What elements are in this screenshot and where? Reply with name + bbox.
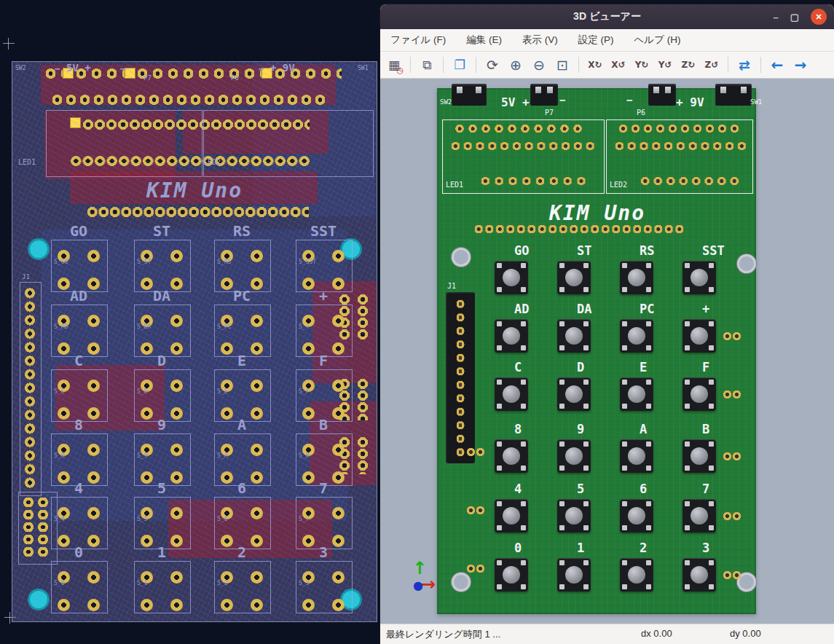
rotate-x-clockwise-icon[interactable]: X↻ bbox=[584, 54, 606, 76]
switch-plunger bbox=[565, 327, 583, 345]
window-minimize-button[interactable]: – bbox=[773, 12, 778, 23]
switch-pin bbox=[685, 321, 690, 326]
switch-plunger bbox=[503, 566, 520, 584]
key-label: D bbox=[133, 352, 191, 369]
switch-pin bbox=[559, 380, 564, 385]
tact-switch bbox=[495, 377, 528, 411]
key-label: A bbox=[640, 422, 647, 436]
tact-switch bbox=[557, 499, 591, 533]
key-label: DA bbox=[577, 302, 591, 316]
switch-plunger bbox=[565, 566, 583, 584]
switch-pin bbox=[559, 466, 564, 471]
move-left-icon[interactable]: ← bbox=[766, 54, 788, 76]
switch-pin bbox=[497, 263, 502, 268]
key-reference-label: S_SST bbox=[299, 259, 316, 265]
flip-board-icon[interactable]: ⇄ bbox=[733, 54, 755, 76]
switch-pin bbox=[559, 560, 564, 565]
copy-image-icon[interactable]: ⧉ bbox=[416, 54, 438, 76]
switch-pin bbox=[709, 466, 714, 471]
zoom-in-icon[interactable]: ⊕ bbox=[505, 54, 527, 76]
pad bbox=[170, 507, 183, 519]
key-label: GO bbox=[514, 243, 529, 258]
pad bbox=[58, 599, 70, 611]
key-label: 3 bbox=[294, 543, 353, 561]
rotate-y-counterclockwise-icon[interactable]: Y↺ bbox=[654, 54, 676, 76]
key-label: 8 bbox=[50, 416, 108, 433]
switch-pin bbox=[685, 287, 690, 292]
window-maximize-button[interactable]: ▢ bbox=[790, 12, 799, 23]
pad bbox=[251, 507, 263, 519]
window-title: 3D ビューアー bbox=[573, 10, 641, 23]
render-current-view-icon[interactable]: ▦ ◷ bbox=[383, 54, 405, 76]
window-close-button[interactable]: ✕ bbox=[811, 9, 827, 25]
refresh-view-icon[interactable]: ⟳ bbox=[481, 54, 503, 76]
rotate-x-counterclockwise-icon[interactable]: X↺ bbox=[607, 54, 629, 76]
key-reference-label: S_0 bbox=[54, 580, 64, 586]
toolbar-separator bbox=[760, 57, 761, 73]
menu-help[interactable]: ヘルプ (H) bbox=[634, 34, 681, 47]
switch-pin bbox=[622, 380, 627, 385]
pad bbox=[87, 315, 100, 327]
pad bbox=[170, 250, 183, 262]
menu-preferences[interactable]: 設定 (P) bbox=[578, 34, 614, 47]
key-label: 2 bbox=[213, 543, 271, 561]
switch-pin bbox=[559, 287, 564, 292]
pad bbox=[251, 250, 263, 262]
tact-switch bbox=[557, 558, 591, 592]
toolbar: ▦ ◷ ⧉ ❐ ⟳ ⊕ ⊖ ⊡ X↻ X↺ Y↻ Y↺ Z↻ Z↺ ⇄ ← → bbox=[380, 52, 834, 79]
switch-pin bbox=[521, 404, 526, 409]
switch-pin bbox=[521, 380, 526, 385]
switch-plunger bbox=[565, 269, 583, 286]
key-label: E bbox=[213, 352, 271, 369]
key-label: B bbox=[702, 422, 709, 436]
pad bbox=[251, 444, 263, 456]
switch-pin bbox=[646, 584, 651, 589]
toolbar-separator bbox=[443, 57, 444, 73]
switch-pin bbox=[497, 501, 502, 506]
rotate-z-counterclockwise-icon[interactable]: Z↺ bbox=[701, 54, 723, 76]
switch-pin bbox=[646, 466, 651, 471]
zoom-out-icon[interactable]: ⊖ bbox=[528, 54, 550, 76]
z-axis-dot-icon bbox=[413, 578, 423, 592]
switch-plunger bbox=[503, 385, 520, 403]
key-label: E bbox=[640, 360, 647, 374]
window-controls: – ▢ ✕ bbox=[773, 4, 827, 29]
window-titlebar[interactable]: 3D ビューアー – ▢ ✕ bbox=[380, 4, 834, 29]
zoom-to-fit-icon[interactable]: ⊡ bbox=[551, 54, 573, 76]
switch-pin bbox=[497, 404, 502, 409]
switch-pin bbox=[646, 404, 651, 409]
switch-pin bbox=[646, 525, 651, 530]
pad bbox=[87, 444, 100, 456]
menu-file[interactable]: ファイル (F) bbox=[390, 34, 446, 47]
switch-pin bbox=[709, 584, 714, 589]
key-label: RS bbox=[640, 243, 654, 258]
switch-pin bbox=[646, 380, 651, 385]
menu-view[interactable]: 表示 (V) bbox=[522, 34, 558, 47]
pad bbox=[170, 599, 183, 611]
switch-pin bbox=[521, 466, 526, 471]
switch-plunger bbox=[503, 447, 520, 465]
switch-pin bbox=[497, 345, 502, 350]
switch-pin bbox=[646, 321, 651, 326]
key-reference-label: S_1 bbox=[137, 580, 147, 586]
pad bbox=[332, 444, 345, 456]
switch-pin bbox=[709, 380, 714, 385]
switch-pin bbox=[583, 263, 589, 268]
key-label: DA bbox=[133, 287, 191, 305]
switch-pin bbox=[685, 263, 690, 268]
pcb-editor-canvas[interactable]: SW2 − 5V + − P7 P6 − + 9V SW1 LED1 LED2 … bbox=[0, 0, 380, 644]
orthographic-projection-icon[interactable]: ❐ bbox=[449, 54, 471, 76]
key-label: D bbox=[577, 360, 584, 374]
switch-pin bbox=[685, 404, 690, 409]
move-right-icon[interactable]: → bbox=[790, 54, 811, 76]
menu-edit[interactable]: 編集 (E) bbox=[466, 34, 502, 47]
pad bbox=[170, 571, 183, 584]
rotate-y-clockwise-icon[interactable]: Y↻ bbox=[631, 54, 653, 76]
3d-canvas[interactable]: SW2 5V + − P7 − P6 + 9V SW1 LED1 LED2 bbox=[380, 79, 834, 624]
switch-pin bbox=[709, 560, 714, 565]
tact-switch bbox=[620, 319, 653, 353]
rotate-z-clockwise-icon[interactable]: Z↻ bbox=[677, 54, 699, 76]
key-label: GO bbox=[50, 222, 108, 240]
tact-switch bbox=[620, 558, 653, 592]
key-reference-label: S_ST bbox=[137, 259, 151, 265]
